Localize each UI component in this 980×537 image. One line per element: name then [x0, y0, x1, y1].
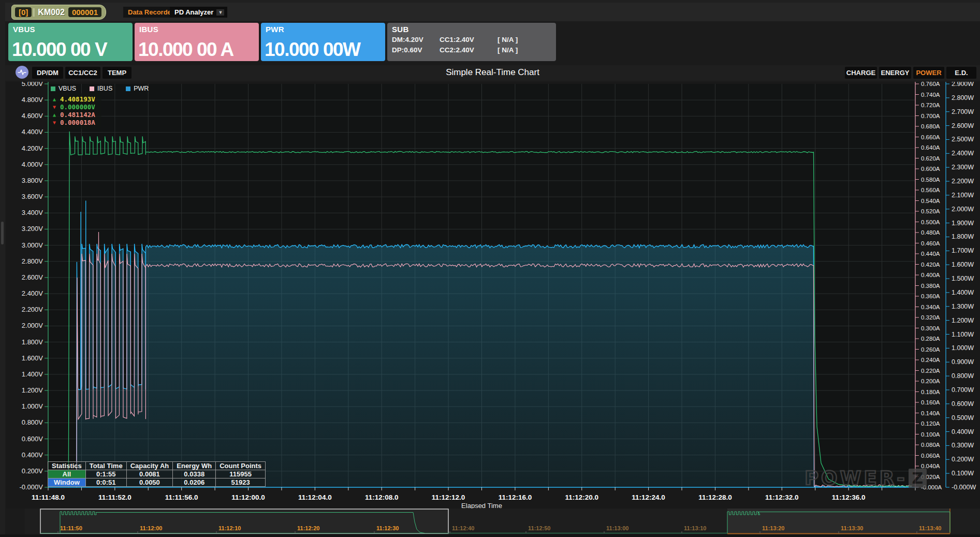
- axis-tick-label: 0.380A: [921, 283, 940, 289]
- time-tick-label: 11:11:48.0: [32, 494, 65, 501]
- axis-tick-label: -0.000V: [19, 483, 43, 491]
- stats-scope-cell[interactable]: All: [48, 470, 86, 478]
- axis-tick-label: 0.720A: [921, 102, 940, 108]
- vbus-tile[interactable]: VBUS 10.000 00 V: [8, 23, 133, 61]
- pwr-tile-value: 10.000 00W: [265, 39, 360, 61]
- pwr-tile[interactable]: PWR 10.000 00W: [261, 23, 385, 61]
- device-index: [0]: [15, 7, 32, 17]
- time-tick-label: 11:12:20.0: [565, 494, 598, 501]
- stats-row-all[interactable]: All0:1:550.00810.0338115955: [48, 470, 266, 478]
- stats-header-cell: Capacity Ah: [126, 462, 173, 470]
- axis-tick-label: 0.620A: [921, 155, 940, 162]
- time-tick-label: 11:12:24.0: [632, 494, 665, 501]
- axis-tick-label: 0.300W: [952, 442, 974, 449]
- stats-header-cell: Energy Wh: [173, 462, 216, 470]
- time-tick-label: 11:12:32.0: [765, 494, 799, 501]
- down-arrow-icon: ▼: [53, 120, 60, 125]
- stats-value-cell: 0.0206: [173, 478, 216, 487]
- axis-tick-label: 0.220A: [921, 368, 940, 374]
- charge-button[interactable]: CHARGE: [845, 67, 877, 79]
- stats-header-cell: Total Time: [85, 462, 126, 470]
- ibus-max-value: 0.481142A: [60, 111, 95, 119]
- axis-tick-label: 0.420A: [921, 262, 940, 268]
- stats-scope-cell[interactable]: Window: [48, 478, 86, 487]
- pd-analyzer-label: PD Analyzer: [174, 8, 213, 16]
- axis-tick-label: 0.520A: [921, 208, 940, 214]
- legend-item-vbus[interactable]: VBUS: [51, 85, 76, 92]
- ibus-tile[interactable]: IBUS 10.000 00 A: [135, 23, 259, 61]
- vbus-tile-label: VBUS: [13, 25, 35, 34]
- ibus-min-value: 0.000018A: [60, 119, 95, 126]
- top-bar: [0] KM002 000001 Data Recorder PD Analyz…: [5, 3, 980, 21]
- axis-tick-label: 0.180A: [921, 389, 940, 395]
- axis-tick-label: 2.500W: [952, 136, 974, 143]
- axis-tick-label: 2.200V: [22, 306, 43, 313]
- legend-item-pwr[interactable]: PWR: [126, 85, 149, 92]
- axis-tick-label: 3.200V: [22, 225, 43, 233]
- power-button[interactable]: POWER: [913, 67, 944, 79]
- axis-tick-label: 0.340A: [921, 304, 940, 310]
- axis-tick-label: 0.300A: [921, 325, 940, 331]
- device-capsule[interactable]: [0] KM002 000001: [11, 5, 106, 20]
- stats-row-window[interactable]: Window0:0:510.00500.020651923: [48, 478, 266, 487]
- axis-tick-label: 0.500W: [952, 414, 974, 422]
- sub-tile[interactable]: SUB DM:4.20V CC1:2.40V [ N/A ] DP:0.60V …: [387, 23, 556, 61]
- navigator-chart[interactable]: 11:11:5011:12:0011:12:1011:12:2011:12:30…: [25, 509, 980, 534]
- cc1-voltage: CC1:2.40V: [440, 36, 498, 43]
- vbus-tile-value: 10.000 00 V: [12, 39, 107, 61]
- axis-tick-label: 0.740A: [921, 92, 940, 98]
- axis-tick-label: 2.000W: [952, 206, 974, 213]
- chart-legend[interactable]: VBUS IBUS PWR: [51, 85, 149, 92]
- cc2-status: [ N/A ]: [498, 46, 534, 54]
- main-chart[interactable]: 5.000V4.800V4.600V4.400V4.200V4.000V3.80…: [6, 82, 980, 509]
- axis-tick-label: 0.600W: [952, 400, 974, 408]
- axis-tick-label: 0.660A: [921, 134, 940, 140]
- ibus-min-readout: ▼ 0.000018A: [53, 119, 95, 126]
- axis-tick-label: 3.000V: [22, 241, 43, 249]
- axis-tick-label: 0.440A: [921, 251, 940, 257]
- dp-voltage: DP:0.60V: [392, 46, 440, 54]
- energy-button[interactable]: ENERGY: [879, 67, 911, 79]
- statistics-table[interactable]: StatisticsTotal TimeCapacity AhEnergy Wh…: [48, 461, 266, 487]
- x-axis-title: Elapsed Time: [461, 502, 502, 509]
- timeline-navigator[interactable]: 11:11:5011:12:0011:12:1011:12:2011:12:30…: [25, 509, 980, 534]
- axis-tick-label: 4.600V: [22, 112, 43, 120]
- axis-tick-label: 4.200V: [22, 144, 43, 152]
- pd-analyzer-dropdown[interactable]: PD Analyzer ▼: [170, 7, 227, 18]
- time-tick-label: 11:11:56.0: [165, 494, 198, 501]
- page-title: Simple Real-Time Chart: [5, 67, 980, 78]
- sub-row-dm: DM:4.20V CC1:2.40V [ N/A ]: [392, 36, 534, 43]
- axis-tick-label: 2.300W: [952, 164, 974, 171]
- axis-tick-label: 0.680A: [921, 123, 940, 129]
- device-serial: 000001: [68, 7, 101, 17]
- vbus-max-value: 4.408193V: [60, 95, 95, 103]
- watermark-z-logo: Z: [909, 469, 927, 488]
- time-tick-label: 11:12:04.0: [298, 494, 332, 501]
- left-scrollbar-handle[interactable]: [1, 222, 4, 244]
- legend-item-ibus[interactable]: IBUS: [90, 85, 112, 92]
- legend-pwr-label: PWR: [134, 85, 149, 92]
- sub-tile-label: SUB: [392, 25, 409, 34]
- axis-tick-label: 4.400V: [22, 128, 43, 136]
- power-z-app-window: { "header": { "device_index": "[0]", "de…: [0, 0, 980, 537]
- axis-tick-label: 0.360A: [921, 293, 940, 299]
- axis-tick-label: 1.100W: [952, 331, 974, 338]
- axis-tick-label: 2.200W: [952, 178, 974, 185]
- time-tick-label: 11:12:28.0: [698, 494, 732, 501]
- navigator-time-label: 11:13:20: [762, 525, 784, 531]
- watermark-text: POWER-: [805, 467, 908, 489]
- axis-tick-label: 0.600A: [921, 166, 940, 172]
- axis-tick-label: 0.100W: [952, 470, 974, 477]
- axis-tick-label: 1.000W: [952, 344, 974, 352]
- vbus-min-readout: ▼ 0.000000V: [53, 103, 95, 111]
- stats-value-cell: 0:1:55: [85, 470, 126, 478]
- stats-value-cell: 115955: [216, 470, 266, 478]
- axis-tick-label: 2.800W: [952, 94, 974, 101]
- axis-tick-label: 2.600V: [22, 273, 43, 281]
- axis-tick-label: 4.000V: [22, 161, 43, 168]
- pwr-tile-label: PWR: [266, 25, 284, 34]
- stats-value-cell: 0.0338: [173, 470, 216, 478]
- axis-tick-label: 0.900W: [952, 358, 974, 366]
- ed-button[interactable]: E.D.: [946, 67, 976, 79]
- ibus-max-readout: ▲ 0.481142A: [53, 111, 95, 119]
